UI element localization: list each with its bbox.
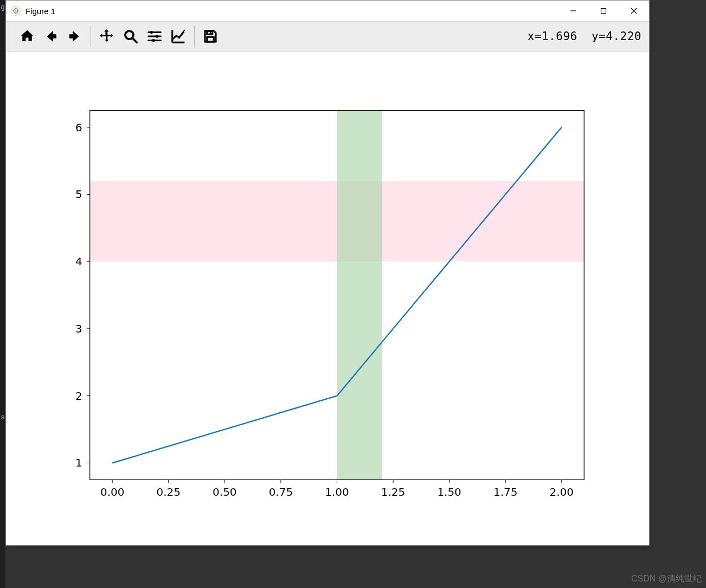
maximize-button[interactable]: [588, 1, 619, 21]
y-tick-label: 5: [75, 188, 82, 201]
toolbar-divider: [194, 25, 195, 47]
x-tick-label: 1.75: [493, 485, 517, 498]
x-tick-label: 0.25: [157, 485, 181, 498]
svg-rect-15: [210, 31, 211, 34]
chart-svg: 0.000.250.500.751.001.251.501.752.001234…: [6, 52, 649, 545]
editor-left-strip: gs: [0, 0, 5, 588]
x-tick-label: 1.25: [381, 485, 405, 498]
x-tick-label: 0.75: [269, 485, 293, 498]
svg-point-1: [15, 10, 16, 11]
window-title: Figure 1: [25, 7, 55, 16]
coord-x-label: x=: [528, 30, 542, 43]
svg-line-7: [133, 39, 137, 43]
app-icon: [10, 5, 21, 16]
axvspan: [337, 111, 382, 480]
configure-subplots-button[interactable]: [143, 25, 166, 48]
cursor-coordinates: x=1.696 y=4.220: [528, 30, 645, 43]
coord-y-value: 4.220: [606, 30, 641, 43]
x-tick-label: 1.50: [437, 485, 461, 498]
y-tick-label: 1: [75, 456, 82, 469]
titlebar[interactable]: Figure 1: [6, 1, 649, 21]
close-button[interactable]: [619, 1, 649, 21]
watermark: CSDN @清纯世纪: [631, 573, 702, 585]
y-tick-label: 3: [75, 322, 82, 335]
minimize-button[interactable]: [558, 1, 588, 21]
svg-rect-11: [151, 31, 153, 34]
y-tick-label: 2: [75, 389, 82, 402]
x-tick-label: 0.00: [100, 485, 124, 498]
toolbar-divider: [91, 25, 91, 47]
coord-x-value: 1.696: [542, 30, 577, 43]
svg-rect-3: [601, 9, 606, 14]
svg-rect-16: [207, 37, 214, 42]
home-button[interactable]: [16, 25, 38, 48]
pan-button[interactable]: [95, 25, 118, 48]
forward-button[interactable]: [63, 25, 86, 48]
plot-canvas[interactable]: 0.000.250.500.751.001.251.501.752.001234…: [6, 52, 649, 545]
svg-rect-13: [152, 39, 155, 42]
coord-y-label: y=: [592, 30, 606, 43]
edit-axis-button[interactable]: [167, 25, 190, 48]
y-tick-label: 6: [75, 121, 82, 134]
x-tick-label: 0.50: [213, 485, 236, 498]
y-tick-label: 4: [75, 255, 82, 268]
zoom-button[interactable]: [119, 25, 142, 48]
toolbar: x=1.696 y=4.220: [6, 21, 649, 52]
figure-window: Figure 1: [5, 0, 650, 546]
x-tick-label: 1.00: [325, 485, 349, 498]
save-button[interactable]: [199, 25, 222, 48]
back-button[interactable]: [40, 25, 62, 48]
svg-rect-12: [156, 35, 158, 38]
x-tick-label: 2.00: [550, 485, 574, 498]
